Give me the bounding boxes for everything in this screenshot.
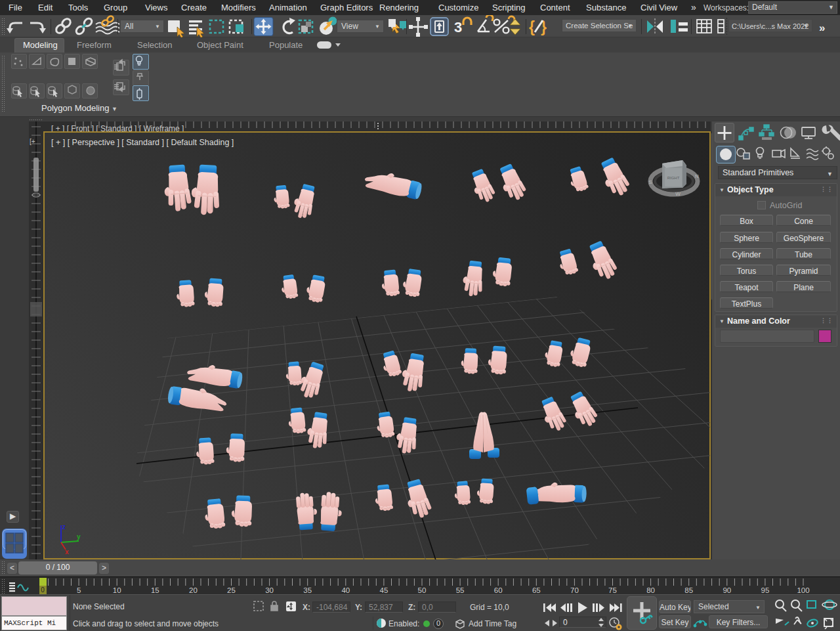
svg-text:15: 15 [151,586,159,594]
svg-text:55: 55 [456,586,465,594]
svg-text:35: 35 [303,586,312,594]
svg-text:x: x [65,548,69,555]
svg-text:65: 65 [532,586,541,594]
svg-text:90: 90 [723,586,731,594]
svg-text:25: 25 [227,586,236,594]
svg-text:W: W [675,191,681,197]
svg-text:S: S [648,179,652,185]
svg-text:85: 85 [684,586,693,594]
svg-text:z: z [62,523,66,531]
svg-text:RIGHT: RIGHT [667,176,680,180]
svg-text:40: 40 [341,586,350,594]
svg-text:75: 75 [608,586,617,594]
svg-text:[ + ] [ Front ] [ Standard ] [: [ + ] [ Front ] [ Standard ] [ Wireframe… [51,124,184,132]
svg-text:45: 45 [380,586,388,594]
svg-text:95: 95 [761,586,770,594]
svg-text:N: N [695,173,699,179]
svg-text:80: 80 [646,586,655,594]
svg-text:0: 0 [41,586,45,594]
svg-text:{: { [529,18,535,35]
svg-text:3: 3 [454,19,462,35]
svg-text:70: 70 [570,586,579,594]
svg-text:60: 60 [494,586,503,594]
svg-text:30: 30 [265,586,274,594]
svg-text:»: » [819,22,825,34]
svg-text:y: y [77,533,81,540]
svg-text:10: 10 [113,586,121,594]
svg-text:20: 20 [189,586,198,594]
svg-text:50: 50 [418,586,427,594]
svg-text:5: 5 [77,586,81,594]
svg-text:100: 100 [797,586,809,594]
